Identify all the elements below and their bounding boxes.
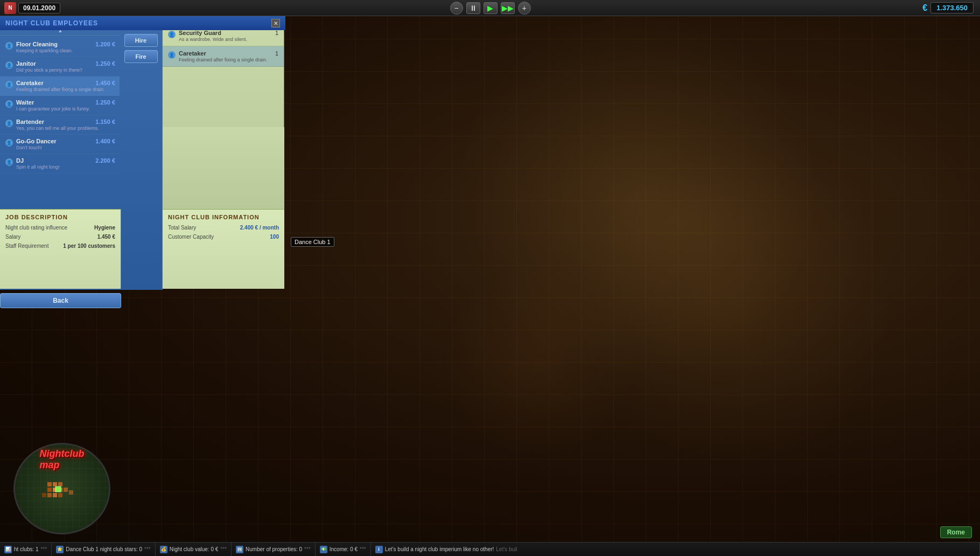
stars-text: Dance Club 1 night club stars: 0 [66,546,142,552]
svg-rect-7 [47,493,52,497]
income-text: Income: 0 € [330,546,358,552]
hired-avatar-security: 👤 [168,31,176,38]
minimap: Nightclubmap [5,443,118,545]
employee-desc-floor-cleaning: Keeping it sparkling clean. [16,48,115,53]
employee-name-floor-cleaning: Floor Cleaning [16,41,58,47]
hired-avatar-caretaker: 👤 [168,51,176,59]
svg-rect-0 [47,482,52,486]
info-extra: Let's buil [496,546,517,552]
employee-desc-caretaker: Feeling drained after fixing a single dr… [16,87,115,92]
employee-desc-janitor: Did you stick a penny in there? [16,67,115,73]
back-button[interactable]: Back [0,293,121,308]
nightclub-info-title: NIGHT CLUB INFORMATION [168,214,279,220]
employee-name-caretaker: Caretaker [16,80,44,86]
employee-salary-floor-cleaning: 1.200 € [95,41,115,47]
employee-name-waiter: Waiter [16,99,34,106]
panel-container: NIGHT CLUB EMPLOYEES ✕ [0,16,285,30]
employee-desc-dj: Spin it all night long! [16,164,115,170]
fast-forward-button[interactable]: ▶▶ [501,2,515,14]
hire-button[interactable]: Hire [124,34,158,47]
capacity-row: Customer Capacity 100 [168,234,279,240]
salary-value: 1.450 € [97,234,115,240]
employee-name-gogodancer: Go-Go Dancer [16,138,57,144]
staff-req-row: Staff Requirement 1 per 100 customers [5,243,115,249]
properties-dots: *** [304,546,311,552]
svg-rect-9 [58,493,62,497]
employee-name-dj: DJ [16,157,24,164]
pause-minus-button[interactable]: − [450,2,463,15]
status-segment-clubs: 📊 ht clubs: 1 *** [0,543,52,556]
clubs-status-icon: 📊 [4,546,12,553]
staff-req-label: Staff Requirement [5,243,48,249]
hired-name-security: Security Guard [179,30,221,36]
svg-rect-6 [64,488,68,492]
employee-desc-gogodancer: Don't touch! [16,145,115,150]
hired-item-caretaker[interactable]: 👤 Caretaker 1 Feeling drained after fixi… [163,46,284,67]
svg-rect-11 [69,490,73,495]
employee-avatar-gogodancer: 👤 [5,139,13,147]
nightclub-info-panel: NIGHT CLUB INFORMATION Total Salary 2.40… [163,209,284,289]
employee-avatar-bartender: 👤 [5,120,13,127]
employee-desc-waiter: I can guarantee your joke is funny. [16,106,115,112]
job-description-panel: JOB DESCRIPTION Night club rating influe… [0,209,121,289]
euro-icon: € [922,3,927,13]
employee-salary-bartender: 1.150 € [95,119,115,125]
hired-name-caretaker: Caretaker [179,50,206,57]
rating-value: Hygiene [94,225,115,231]
staff-req-value: 1 per 100 customers [63,243,115,249]
employee-avatar-waiter: 👤 [5,100,13,108]
status-segment-properties: 🏢 Number of properties: 0 *** [232,543,316,556]
value-dots: *** [220,546,227,552]
hired-count-security: 1 [275,30,278,36]
close-button[interactable]: ✕ [271,19,280,27]
employee-item-waiter[interactable]: 👤 Waiter 1.250 € I can guarantee your jo… [0,96,121,115]
panel-title-bar: NIGHT CLUB EMPLOYEES ✕ [0,16,285,30]
minimap-title: Nightclubmap [40,448,85,471]
hired-desc-caretaker: Feeling drained after fixing a single dr… [179,57,278,62]
svg-rect-3 [47,488,52,492]
total-salary-value: 2.400 € / month [240,225,279,231]
right-panel-lower [163,127,284,209]
clubs-count-text: ht clubs: 1 [14,546,39,552]
salary-label: Salary [5,234,20,240]
pause-button[interactable]: ⏸ [466,2,480,14]
capacity-value: 100 [270,234,279,240]
stars-dots: *** [144,546,151,552]
employee-list: 👤 Floor Cleaning 1.200 € Keeping it spar… [0,36,121,176]
employee-desc-bartender: Yes, you can tell me all your problems. [16,126,115,131]
employee-item-dj[interactable]: 👤 DJ 2.200 € Spin it all night long! [0,154,121,173]
game-logo-icon: N [4,2,16,14]
status-segment-stars: ⭐ Dance Club 1 night club stars: 0 *** [52,543,155,556]
employee-item-bartender[interactable]: 👤 Bartender 1.150 € Yes, you can tell me… [0,115,121,135]
properties-status-icon: 🏢 [236,546,243,553]
employee-avatar-floor-cleaning: 👤 [5,42,13,50]
info-status-icon: ℹ [375,546,383,553]
properties-text: Number of properties: 0 [246,546,302,552]
employee-salary-gogodancer: 1.400 € [95,138,115,144]
employee-salary-dj: 2.200 € [95,157,115,164]
city-name-badge: Rome [940,526,972,538]
svg-rect-12 [55,486,61,492]
speed-plus-button[interactable]: + [518,2,531,15]
top-bar: N 09.01.2000 − ⏸ ▶ ▶▶ + € 1.373.650 [0,0,980,16]
date-display: 09.01.2000 [18,3,60,13]
employee-item-janitor[interactable]: 👤 Janitor 1.250 € Did you stick a penny … [0,57,121,77]
hired-count-caretaker: 1 [275,50,278,57]
stars-status-icon: ⭐ [56,546,64,553]
salary-row: Salary 1.450 € [5,234,115,240]
clubs-dots: *** [41,546,47,552]
status-bar: 📊 ht clubs: 1 *** ⭐ Dance Club 1 night c… [0,542,980,556]
employee-name-bartender: Bartender [16,119,44,125]
job-description-title: JOB DESCRIPTION [5,214,115,220]
play-button[interactable]: ▶ [484,2,498,14]
employee-salary-janitor: 1.250 € [95,60,115,67]
employee-salary-caretaker: 1.450 € [95,80,115,86]
income-dots: *** [360,546,366,552]
fire-button[interactable]: Fire [124,50,158,63]
total-salary-row: Total Salary 2.400 € / month [168,225,279,231]
employee-item-gogodancer[interactable]: 👤 Go-Go Dancer 1.400 € Don't touch! [0,135,121,154]
status-segment-info: ℹ Let's build a night club imperium like… [371,543,980,556]
employee-item-caretaker[interactable]: 👤 Caretaker 1.450 € Feeling drained afte… [0,77,121,96]
svg-rect-8 [53,493,57,497]
employee-item-floor-cleaning[interactable]: 👤 Floor Cleaning 1.200 € Keeping it spar… [0,38,121,57]
